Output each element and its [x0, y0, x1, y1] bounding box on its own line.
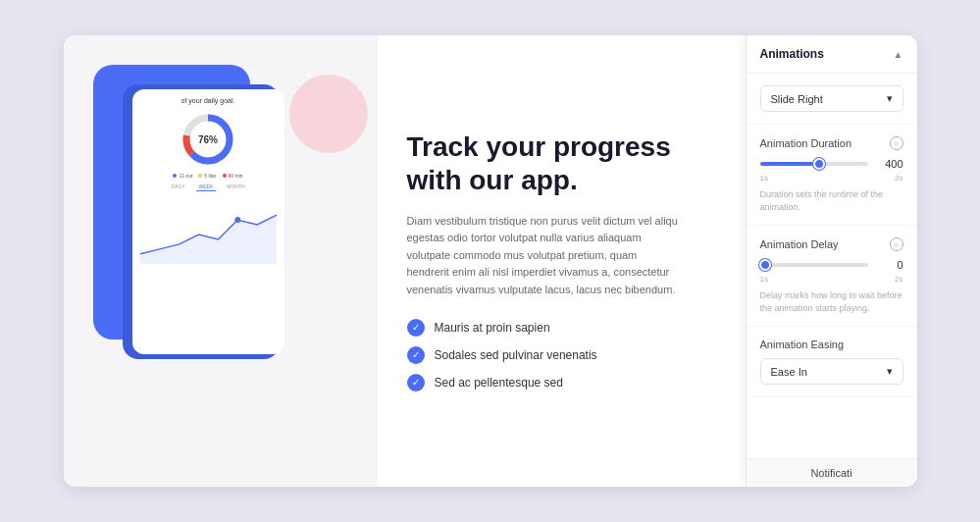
legend-item-2: 5 liter	[198, 173, 216, 179]
easing-label-row: Animation Easing	[760, 339, 903, 350]
feature-item-1: ✓ Mauris at proin sapien	[407, 319, 716, 337]
main-title: Track your progresswith our app.	[407, 130, 716, 196]
delay-slider-row: 0	[760, 259, 903, 271]
tab-month[interactable]: MONTH	[224, 183, 247, 191]
panel-body: Slide Right ▾ Animation Duration ○	[747, 74, 917, 458]
easing-dropdown[interactable]: Ease In ▾	[760, 358, 903, 385]
tab-row: DAILY WEEK MONTH	[140, 183, 277, 191]
pink-blob	[289, 75, 368, 153]
duration-info-icon[interactable]: ○	[890, 136, 903, 150]
delay-info-icon[interactable]: ○	[890, 237, 903, 251]
donut-chart: 76%	[179, 110, 237, 169]
duration-slider-row: 400	[760, 158, 903, 170]
tab-week[interactable]: WEEK	[196, 183, 217, 191]
delay-slider-labels: 1s 2s	[760, 275, 903, 284]
check-icon-2: ✓	[407, 346, 425, 364]
duration-label-row: Animation Duration ○	[760, 136, 903, 150]
duration-slider-thumb[interactable]	[813, 158, 825, 170]
line-chart	[140, 195, 277, 264]
main-description: Diam vestibulum tristique non purus veli…	[407, 213, 682, 299]
phone-screen: of your daily goal. 76% 11 out	[132, 89, 284, 354]
panel-title: Animations	[760, 47, 824, 61]
svg-text:76%: 76%	[198, 134, 218, 145]
delay-value: 0	[876, 259, 903, 271]
feature-list: ✓ Mauris at proin sapien ✓ Sodales sed p…	[407, 319, 716, 392]
duration-value: 400	[876, 158, 903, 170]
duration-slider-fill	[760, 162, 820, 166]
legend-item-1: 11 out	[173, 173, 192, 179]
duration-section: Animation Duration ○ 400 1s 2s	[747, 125, 917, 226]
notification-button[interactable]: Notificati	[760, 467, 903, 479]
chevron-up-icon[interactable]: ▲	[894, 49, 903, 60]
check-icon-3: ✓	[407, 374, 425, 392]
legend-dot-1	[173, 174, 177, 178]
legend-dot-2	[198, 174, 202, 178]
delay-slider-track[interactable]	[760, 263, 868, 267]
slide-type-section: Slide Right ▾	[747, 74, 917, 125]
easing-section: Animation Easing Ease In ▾	[747, 327, 917, 397]
outer-container: of your daily goal. 76% 11 out	[0, 0, 980, 522]
phone-header-text: of your daily goal.	[140, 97, 277, 104]
left-section: of your daily goal. 76% 11 out	[64, 35, 378, 487]
feature-item-2: ✓ Sodales sed pulvinar venenatis	[407, 346, 716, 364]
svg-point-4	[234, 217, 240, 223]
delay-hint: Delay marks how long to wait before the …	[760, 289, 903, 314]
chevron-down-icon: ▾	[887, 92, 893, 105]
legend-row: 11 out 5 liter 60 min	[140, 173, 277, 179]
duration-slider-track[interactable]	[760, 162, 868, 166]
delay-label-row: Animation Delay ○	[760, 237, 903, 251]
chart-area	[140, 195, 277, 264]
delay-slider-thumb[interactable]	[759, 259, 771, 271]
check-icon-1: ✓	[407, 319, 425, 337]
legend-dot-3	[223, 174, 227, 178]
center-section: Track your progresswith our app. Diam ve…	[378, 35, 746, 487]
duration-slider-labels: 1s 2s	[760, 174, 903, 183]
main-card: of your daily goal. 76% 11 out	[64, 35, 917, 487]
delay-section: Animation Delay ○ 0 1s 2s Delay	[747, 226, 917, 327]
easing-chevron-down-icon: ▾	[887, 365, 893, 378]
feature-item-3: ✓ Sed ac pellentesque sed	[407, 374, 716, 392]
animation-type-dropdown[interactable]: Slide Right ▾	[760, 85, 903, 112]
duration-hint: Duration sets the runtime of the animati…	[760, 188, 903, 213]
panel-header: Animations ▲	[747, 35, 917, 74]
tab-daily[interactable]: DAILY	[168, 183, 187, 191]
legend-item-3: 60 min	[223, 173, 243, 179]
donut-container: 76%	[140, 110, 277, 169]
right-panel: Animations ▲ Slide Right ▾ Animation Dur…	[746, 35, 917, 487]
panel-footer: Notificati	[747, 458, 917, 487]
